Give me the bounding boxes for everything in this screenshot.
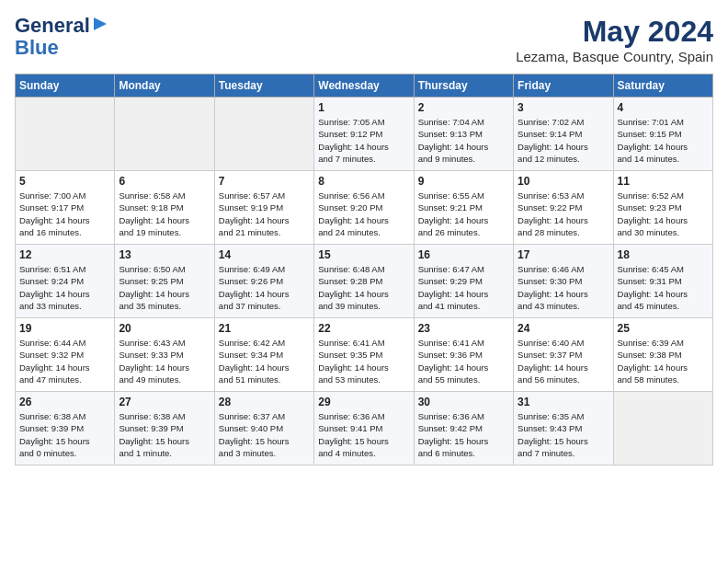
day-number: 13 — [119, 248, 210, 261]
calendar-cell: 19Sunrise: 6:44 AM Sunset: 9:32 PM Dayli… — [16, 318, 115, 392]
day-info: Sunrise: 6:50 AM Sunset: 9:25 PM Dayligh… — [119, 263, 210, 312]
day-number: 19 — [19, 322, 110, 335]
calendar-cell: 4Sunrise: 7:01 AM Sunset: 9:15 PM Daylig… — [613, 98, 712, 171]
logo: General Blue — [15, 15, 108, 59]
title-block: May 2024 Lezama, Basque Country, Spain — [516, 15, 713, 64]
day-info: Sunrise: 7:04 AM Sunset: 9:13 PM Dayligh… — [418, 116, 509, 165]
day-number: 21 — [219, 322, 310, 335]
day-info: Sunrise: 6:53 AM Sunset: 9:22 PM Dayligh… — [518, 190, 609, 238]
day-number: 27 — [119, 396, 210, 408]
day-number: 24 — [518, 322, 609, 335]
calendar-cell — [613, 392, 712, 465]
day-info: Sunrise: 7:02 AM Sunset: 9:14 PM Dayligh… — [518, 116, 609, 165]
day-info: Sunrise: 6:57 AM Sunset: 9:19 PM Dayligh… — [219, 190, 310, 238]
day-number: 1 — [318, 101, 409, 114]
day-number: 11 — [618, 175, 709, 188]
day-info: Sunrise: 6:38 AM Sunset: 9:39 PM Dayligh… — [119, 410, 210, 459]
weekday-header-sunday: Sunday — [16, 75, 115, 98]
day-number: 18 — [618, 248, 709, 261]
day-number: 26 — [19, 396, 110, 408]
day-info: Sunrise: 6:39 AM Sunset: 9:38 PM Dayligh… — [618, 337, 709, 385]
day-info: Sunrise: 6:36 AM Sunset: 9:42 PM Dayligh… — [418, 410, 509, 459]
day-info: Sunrise: 7:00 AM Sunset: 9:17 PM Dayligh… — [19, 190, 110, 238]
day-number: 17 — [518, 248, 609, 261]
calendar-cell — [115, 98, 214, 171]
day-info: Sunrise: 6:36 AM Sunset: 9:41 PM Dayligh… — [318, 410, 409, 459]
day-info: Sunrise: 6:45 AM Sunset: 9:31 PM Dayligh… — [618, 263, 709, 312]
calendar-cell: 12Sunrise: 6:51 AM Sunset: 9:24 PM Dayli… — [16, 245, 115, 318]
day-number: 6 — [119, 175, 210, 188]
day-info: Sunrise: 6:46 AM Sunset: 9:30 PM Dayligh… — [518, 263, 609, 312]
day-number: 4 — [618, 101, 709, 114]
logo-general: General — [15, 15, 90, 37]
day-number: 12 — [19, 248, 110, 261]
page-header: General Blue May 2024 Lezama, Basque Cou… — [15, 15, 713, 64]
logo-blue: Blue — [15, 37, 59, 59]
calendar-cell: 7Sunrise: 6:57 AM Sunset: 9:19 PM Daylig… — [214, 171, 313, 245]
calendar-cell: 27Sunrise: 6:38 AM Sunset: 9:39 PM Dayli… — [115, 392, 214, 465]
calendar-week-3: 12Sunrise: 6:51 AM Sunset: 9:24 PM Dayli… — [16, 245, 713, 318]
calendar-cell: 24Sunrise: 6:40 AM Sunset: 9:37 PM Dayli… — [514, 318, 613, 392]
calendar-cell: 5Sunrise: 7:00 AM Sunset: 9:17 PM Daylig… — [16, 171, 115, 245]
weekday-header-thursday: Thursday — [414, 75, 513, 98]
day-number: 31 — [518, 396, 609, 408]
calendar-week-4: 19Sunrise: 6:44 AM Sunset: 9:32 PM Dayli… — [16, 318, 713, 392]
calendar-cell: 28Sunrise: 6:37 AM Sunset: 9:40 PM Dayli… — [214, 392, 313, 465]
day-info: Sunrise: 6:41 AM Sunset: 9:36 PM Dayligh… — [418, 337, 509, 385]
day-info: Sunrise: 6:43 AM Sunset: 9:33 PM Dayligh… — [119, 337, 210, 385]
calendar-cell: 22Sunrise: 6:41 AM Sunset: 9:35 PM Dayli… — [314, 318, 414, 392]
calendar-table: SundayMondayTuesdayWednesdayThursdayFrid… — [15, 74, 713, 465]
page-title: May 2024 — [516, 15, 713, 49]
calendar-cell: 6Sunrise: 6:58 AM Sunset: 9:18 PM Daylig… — [115, 171, 214, 245]
calendar-cell: 17Sunrise: 6:46 AM Sunset: 9:30 PM Dayli… — [514, 245, 613, 318]
day-info: Sunrise: 6:47 AM Sunset: 9:29 PM Dayligh… — [418, 263, 509, 312]
day-info: Sunrise: 6:52 AM Sunset: 9:23 PM Dayligh… — [618, 190, 709, 238]
calendar-cell: 9Sunrise: 6:55 AM Sunset: 9:21 PM Daylig… — [414, 171, 513, 245]
calendar-cell: 26Sunrise: 6:38 AM Sunset: 9:39 PM Dayli… — [16, 392, 115, 465]
weekday-header-friday: Friday — [514, 75, 613, 98]
day-number: 14 — [219, 248, 310, 261]
calendar-week-1: 1Sunrise: 7:05 AM Sunset: 9:12 PM Daylig… — [16, 98, 713, 171]
day-number: 5 — [19, 175, 110, 188]
calendar-cell: 11Sunrise: 6:52 AM Sunset: 9:23 PM Dayli… — [613, 171, 712, 245]
weekday-header-saturday: Saturday — [613, 75, 712, 98]
weekday-header-wednesday: Wednesday — [314, 75, 414, 98]
calendar-cell: 30Sunrise: 6:36 AM Sunset: 9:42 PM Dayli… — [414, 392, 513, 465]
calendar-cell — [214, 98, 313, 171]
day-number: 25 — [618, 322, 709, 335]
day-info: Sunrise: 6:51 AM Sunset: 9:24 PM Dayligh… — [19, 263, 110, 312]
day-number: 7 — [219, 175, 310, 188]
day-number: 2 — [418, 101, 509, 114]
day-number: 10 — [518, 175, 609, 188]
day-info: Sunrise: 6:49 AM Sunset: 9:26 PM Dayligh… — [219, 263, 310, 312]
calendar-header-row: SundayMondayTuesdayWednesdayThursdayFrid… — [16, 75, 713, 98]
calendar-cell: 3Sunrise: 7:02 AM Sunset: 9:14 PM Daylig… — [514, 98, 613, 171]
calendar-cell — [16, 98, 115, 171]
calendar-cell: 29Sunrise: 6:36 AM Sunset: 9:41 PM Dayli… — [314, 392, 414, 465]
weekday-header-monday: Monday — [115, 75, 214, 98]
day-info: Sunrise: 6:44 AM Sunset: 9:32 PM Dayligh… — [19, 337, 110, 385]
calendar-cell: 25Sunrise: 6:39 AM Sunset: 9:38 PM Dayli… — [613, 318, 712, 392]
day-info: Sunrise: 6:41 AM Sunset: 9:35 PM Dayligh… — [318, 337, 409, 385]
calendar-cell: 31Sunrise: 6:35 AM Sunset: 9:43 PM Dayli… — [514, 392, 613, 465]
day-info: Sunrise: 7:05 AM Sunset: 9:12 PM Dayligh… — [318, 116, 409, 165]
day-info: Sunrise: 6:37 AM Sunset: 9:40 PM Dayligh… — [219, 410, 310, 459]
calendar-cell: 15Sunrise: 6:48 AM Sunset: 9:28 PM Dayli… — [314, 245, 414, 318]
day-info: Sunrise: 6:56 AM Sunset: 9:20 PM Dayligh… — [318, 190, 409, 238]
day-number: 20 — [119, 322, 210, 335]
day-info: Sunrise: 6:40 AM Sunset: 9:37 PM Dayligh… — [518, 337, 609, 385]
day-number: 29 — [318, 396, 409, 408]
calendar-body: 1Sunrise: 7:05 AM Sunset: 9:12 PM Daylig… — [16, 98, 713, 465]
weekday-header-tuesday: Tuesday — [214, 75, 313, 98]
calendar-cell: 1Sunrise: 7:05 AM Sunset: 9:12 PM Daylig… — [314, 98, 414, 171]
day-info: Sunrise: 6:35 AM Sunset: 9:43 PM Dayligh… — [518, 410, 609, 459]
page-subtitle: Lezama, Basque Country, Spain — [516, 49, 713, 64]
svg-marker-0 — [94, 17, 107, 30]
calendar-cell: 14Sunrise: 6:49 AM Sunset: 9:26 PM Dayli… — [214, 245, 313, 318]
day-number: 23 — [418, 322, 509, 335]
day-info: Sunrise: 6:38 AM Sunset: 9:39 PM Dayligh… — [19, 410, 110, 459]
calendar-cell: 21Sunrise: 6:42 AM Sunset: 9:34 PM Dayli… — [214, 318, 313, 392]
day-number: 22 — [318, 322, 409, 335]
day-number: 8 — [318, 175, 409, 188]
calendar-week-2: 5Sunrise: 7:00 AM Sunset: 9:17 PM Daylig… — [16, 171, 713, 245]
